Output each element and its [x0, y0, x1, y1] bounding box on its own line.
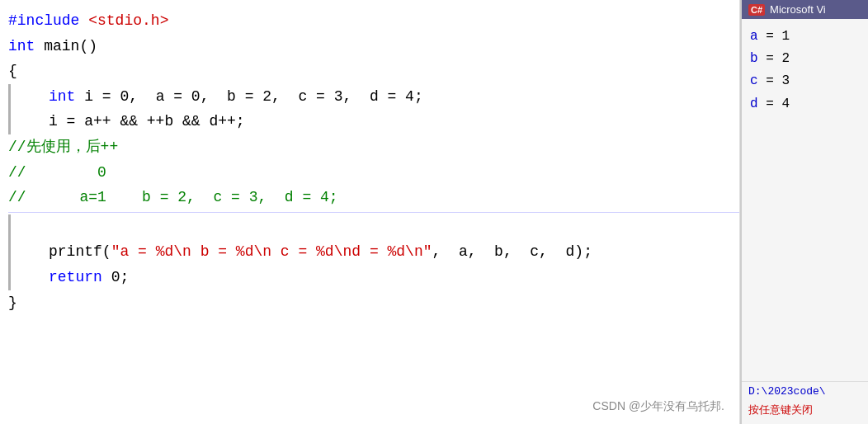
- console-titlebar: C# Microsoft Vi: [742, 0, 868, 19]
- console-close-text: 按任意键关闭: [742, 401, 868, 424]
- console-path: D:\2023code\: [742, 381, 868, 401]
- include-header: <stdio.h>: [88, 8, 168, 34]
- include-keyword: #include: [8, 8, 88, 34]
- code-line-11: return 0;: [8, 265, 739, 290]
- out-line-3: c = 3: [750, 70, 860, 92]
- indent-bar: [8, 109, 11, 134]
- watermark: CSDN @少年没有乌托邦.: [592, 399, 724, 414]
- code-line-9: [8, 214, 739, 240]
- indent-bar: [8, 265, 11, 290]
- out-line-2: b = 2: [750, 48, 860, 70]
- indent-bar: [8, 84, 11, 110]
- code-line-7: // 0: [8, 160, 739, 186]
- code-line-1: #include <stdio.h>: [8, 8, 739, 34]
- console-output: a = 1 b = 2 c = 3 d = 4: [742, 19, 868, 381]
- out-line-4: d = 4: [750, 93, 860, 115]
- out-line-1: a = 1: [750, 26, 860, 48]
- indent-bar: [8, 214, 11, 240]
- code-line-5: i = a++ && ++b && d++;: [8, 109, 739, 134]
- console-title: Microsoft Vi: [770, 3, 826, 16]
- code-editor: #include <stdio.h> int main() { int i = …: [0, 0, 740, 424]
- code-line-10: printf(″a = %d\n b = %d\n c = %d\nd = %d…: [8, 239, 739, 265]
- vs-icon: C#: [748, 4, 765, 16]
- code-line-2: int main(): [8, 34, 739, 59]
- code-line-12: }: [8, 290, 739, 316]
- main-func: main(): [44, 34, 97, 59]
- separator-line: [8, 212, 739, 213]
- code-line-8: // a=1 b = 2, c = 3, d = 4;: [8, 185, 739, 210]
- code-line-4: int i = 0, a = 0, b = 2, c = 3, d = 4;: [8, 84, 739, 110]
- console-panel: C# Microsoft Vi a = 1 b = 2 c = 3 d = 4 …: [740, 0, 868, 424]
- code-line-3: {: [8, 59, 739, 84]
- indent-bar: [8, 239, 11, 265]
- int-keyword: int: [8, 34, 44, 59]
- code-line-6: //先使用，后++: [8, 134, 739, 160]
